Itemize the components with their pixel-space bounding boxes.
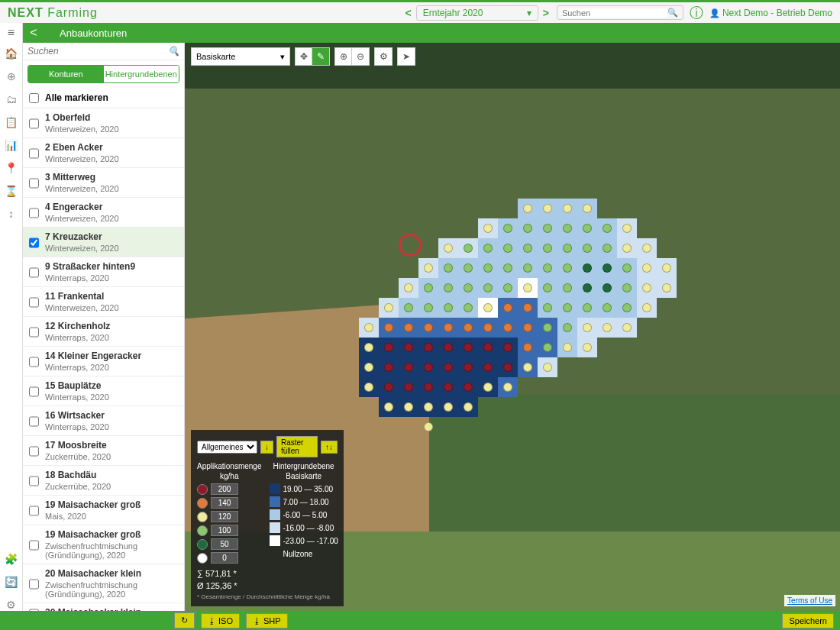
list-item[interactable]: 9 Straßacker hinten9Winterraps, 2020 [23, 257, 184, 287]
marker-circle[interactable] [399, 234, 422, 257]
field-list[interactable]: Alle markieren 1 OberfeldWinterweizen, 2… [23, 88, 184, 611]
terms-link[interactable]: Terms of Use [784, 595, 835, 606]
sidebar-tabs: Konturen Hintergrundebenen [27, 65, 179, 83]
list-item[interactable]: 7 KreuzackerWinterweizen, 2020 [23, 228, 184, 257]
top-search[interactable]: 🔍 [557, 5, 683, 20]
item-name: 11 Frankental [45, 291, 178, 302]
sidebar: 🔍 Konturen Hintergrundebenen Alle markie… [23, 43, 185, 611]
item-checkbox[interactable] [29, 322, 39, 342]
select-all[interactable]: Alle markieren [23, 88, 184, 108]
list-item[interactable]: 3 MitterwegWinterweizen, 2020 [23, 168, 184, 198]
iso-export-button[interactable]: ⭳ ISO [201, 613, 240, 628]
zoom-in-icon[interactable]: ⊕ [335, 48, 352, 65]
list-item[interactable]: 11 FrankentalWinterweizen, 2020 [23, 287, 184, 317]
top-search-input[interactable] [562, 8, 667, 18]
move-icon[interactable]: ✥ [296, 48, 312, 65]
legend-app-col: Applikationsmenge kg/ha [197, 462, 262, 566]
menu-toggle-icon[interactable]: ≡ [0, 23, 23, 43]
list-item[interactable]: 12 KirchenholzWinterraps, 2020 [23, 317, 184, 347]
item-checkbox[interactable] [29, 114, 39, 134]
item-checkbox[interactable] [29, 144, 39, 163]
item-sub: Winterweizen, 2020 [45, 124, 178, 134]
item-sub: Winterweizen, 2020 [45, 184, 178, 193]
refresh-button[interactable]: ↻ [174, 612, 195, 628]
item-checkbox[interactable] [29, 412, 39, 431]
save-button[interactable]: Speichern [782, 613, 834, 628]
list-item[interactable]: 19 Maisachacker großZwischenfruchtmischu… [23, 525, 184, 564]
hourglass-icon[interactable]: ⌛ [5, 185, 18, 197]
item-name: 4 Engeracker [45, 202, 178, 212]
list-item[interactable]: 17 MoosbreiteZuckerrübe, 2020 [23, 436, 184, 466]
legend-down-icon[interactable]: ↓ [260, 441, 273, 454]
map-area[interactable]: Basiskarte▾ ✥ ✎ ⊕ ⊖ ⚙ ➤ Allgemeines ↓ Ra… [185, 43, 840, 611]
item-name: 20 Maisachacker klein [45, 568, 178, 579]
item-checkbox[interactable] [29, 531, 39, 560]
card-icon[interactable]: 🗂 [6, 93, 17, 105]
legend-value-input[interactable] [211, 538, 238, 550]
list-item[interactable]: 4 EngerackerWinterweizen, 2020 [23, 198, 184, 228]
list-item[interactable]: 20 Maisachacker kleinZwischenfruchtmisch… [23, 564, 184, 603]
item-name: 19 Maisachacker groß [45, 499, 178, 510]
puzzle-icon[interactable]: 🧩 [5, 553, 18, 565]
legend-value-input[interactable] [211, 552, 238, 564]
legend-sort-icon[interactable]: ↑↓ [321, 441, 338, 454]
settings-icon[interactable]: ⚙ [375, 48, 392, 65]
stats-icon[interactable]: 📊 [5, 139, 18, 151]
item-sub: Winterweizen, 2020 [45, 303, 178, 312]
side-search-input[interactable] [27, 46, 168, 57]
tab-background[interactable]: Hintergrundebenen [104, 66, 179, 82]
item-checkbox[interactable] [29, 382, 39, 402]
item-checkbox[interactable] [29, 173, 39, 193]
legend-value-input[interactable] [211, 525, 238, 536]
item-checkbox[interactable] [29, 233, 39, 253]
item-checkbox[interactable] [29, 292, 39, 312]
year-next-icon[interactable]: > [543, 7, 549, 19]
item-checkbox[interactable] [29, 570, 39, 599]
item-checkbox[interactable] [29, 441, 39, 461]
item-checkbox[interactable] [29, 263, 39, 283]
sort-icon[interactable]: ↕ [8, 208, 14, 220]
item-checkbox[interactable] [29, 471, 39, 491]
item-name: 3 Mitterweg [45, 172, 178, 183]
item-checkbox[interactable] [29, 203, 39, 223]
legend-value-input[interactable] [211, 497, 238, 509]
year-prev-icon[interactable]: < [405, 7, 412, 19]
edit-icon[interactable]: ✎ [312, 48, 329, 65]
back-icon[interactable]: < [23, 26, 44, 40]
item-sub: Winterweizen, 2020 [45, 214, 178, 223]
item-checkbox[interactable] [29, 501, 39, 521]
gear-icon[interactable]: ⚙ [6, 599, 16, 611]
shp-export-button[interactable]: ⭳ SHP [246, 613, 288, 628]
zoom-out-icon[interactable]: ⊖ [352, 48, 369, 65]
map-pin-icon[interactable]: 📍 [5, 162, 18, 174]
list-item[interactable]: 15 BauplätzeWinterraps, 2020 [23, 376, 184, 406]
item-sub: Zuckerrübe, 2020 [45, 482, 178, 491]
list-item[interactable]: 14 Kleiner EngerackerWinterraps, 2020 [23, 347, 184, 376]
item-checkbox[interactable] [29, 352, 39, 372]
list-item[interactable]: 2 Eben AckerWinterweizen, 2020 [23, 138, 184, 168]
add-icon[interactable]: ⊕ [7, 70, 16, 82]
legend-footnote: * Gesamtmenge / Durchschnittliche Menge … [197, 593, 338, 600]
legend-panel: Allgemeines ↓ Raster füllen ↑↓ Applikati… [191, 430, 344, 606]
item-sub: Zwischenfruchtmischung (Gründüngung), 20… [45, 541, 178, 560]
home-icon[interactable]: 🏠 [5, 47, 18, 60]
list-item[interactable]: 16 WirtsackerWinterraps, 2020 [23, 406, 184, 436]
raster-fill-button[interactable]: Raster füllen [276, 436, 318, 457]
legend-mode-select[interactable]: Allgemeines [197, 441, 257, 454]
legend-value-input[interactable] [211, 483, 238, 495]
clipboard-icon[interactable]: 📋 [5, 116, 18, 128]
legend-value-input[interactable] [211, 511, 238, 522]
sync-icon[interactable]: 🔄 [5, 576, 18, 588]
locate-icon[interactable]: ➤ [398, 48, 415, 65]
side-search[interactable]: 🔍 [23, 43, 184, 60]
year-select[interactable]: Erntejahr 2020▾ [416, 5, 538, 21]
list-item[interactable]: 20 Maisachacker klein [23, 603, 184, 611]
list-item[interactable]: 19 Maisachacker großMais, 2020 [23, 496, 184, 525]
help-icon[interactable]: ⓘ [690, 4, 703, 22]
basemap-select[interactable]: Basiskarte▾ [191, 47, 290, 66]
user-link[interactable]: Next Demo - Betrieb Demo [709, 8, 832, 18]
list-item[interactable]: 1 OberfeldWinterweizen, 2020 [23, 108, 184, 138]
tab-contours[interactable]: Konturen [28, 66, 104, 82]
select-all-checkbox[interactable] [29, 93, 39, 103]
list-item[interactable]: 18 BachdäuZuckerrübe, 2020 [23, 466, 184, 496]
